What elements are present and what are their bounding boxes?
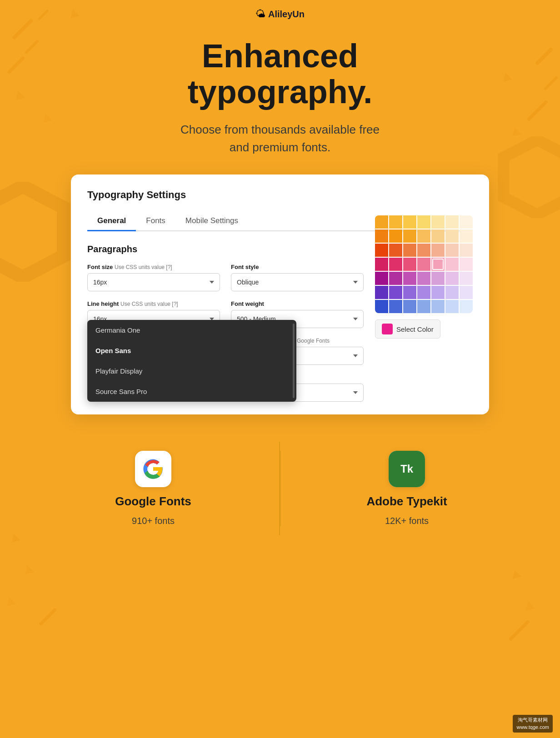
palette-cell[interactable]	[460, 300, 473, 313]
adobe-typekit-name: Adobe Typekit	[366, 494, 447, 509]
svg-marker-13	[25, 565, 34, 574]
palette-cell[interactable]	[417, 272, 430, 285]
palette-cell[interactable]	[460, 272, 473, 285]
card-wrapper: Typography Settings General Fonts Mobile…	[0, 165, 560, 428]
palette-cell[interactable]	[431, 244, 445, 257]
palette-cell[interactable]	[389, 286, 402, 299]
palette-cell[interactable]	[389, 229, 402, 243]
palette-cell[interactable]	[460, 258, 473, 271]
palette-cell[interactable]	[417, 229, 430, 243]
palette-cell[interactable]	[445, 272, 459, 285]
field-font-style: Font style Oblique	[231, 264, 364, 291]
line-height-label: Line height Use CSS units value [?]	[87, 300, 220, 307]
google-fonts-icon	[135, 451, 171, 487]
top-bar: 🌤 AlileyUn	[0, 0, 560, 25]
font-style-label: Font style	[231, 264, 364, 270]
dropdown-item-open-sans[interactable]: Open Sans	[87, 340, 296, 361]
dropdown-scrollbar[interactable]	[293, 324, 295, 398]
chevron-down-icon	[353, 281, 358, 284]
providers-section: Google Fonts 910+ fonts Tk Adobe Typekit…	[0, 428, 560, 554]
palette-cell[interactable]	[389, 272, 402, 285]
palette-cell[interactable]	[417, 258, 430, 271]
typography-settings-card: Typography Settings General Fonts Mobile…	[71, 175, 489, 414]
palette-cell[interactable]	[389, 215, 402, 229]
chevron-down-icon	[353, 391, 358, 394]
palette-cell[interactable]	[417, 300, 430, 313]
select-color-label: Select Color	[396, 325, 434, 333]
palette-cell[interactable]	[417, 244, 430, 257]
palette-cell[interactable]	[389, 258, 402, 271]
font-weight-label: Font weight	[231, 300, 364, 307]
logo-text: AlileyUn	[268, 9, 305, 20]
color-swatch	[382, 324, 393, 334]
palette-cell[interactable]	[445, 215, 459, 229]
tab-general[interactable]: General	[87, 212, 136, 231]
palette-cell[interactable]	[403, 272, 416, 285]
font-family-dropdown: Germania One Open Sans Playfair Display …	[87, 320, 296, 402]
palette-cell[interactable]	[375, 229, 388, 243]
palette-cell[interactable]	[445, 258, 459, 271]
palette-cell[interactable]	[460, 244, 473, 257]
dropdown-item-playfair-display[interactable]: Playfair Display	[87, 361, 296, 381]
google-fonts-name: Google Fonts	[115, 494, 191, 509]
hero-subtitle: Choose from thousands available free and…	[18, 121, 542, 156]
svg-rect-15	[39, 608, 57, 626]
palette-cell[interactable]	[431, 300, 445, 313]
palette-cell[interactable]	[389, 244, 402, 257]
palette-cell[interactable]	[460, 215, 473, 229]
svg-marker-16	[512, 570, 521, 579]
chevron-down-icon	[353, 354, 358, 357]
palette-cell[interactable]	[460, 286, 473, 299]
svg-rect-18	[509, 620, 530, 641]
palette-cell[interactable]	[389, 300, 402, 313]
palette-cell[interactable]	[445, 286, 459, 299]
palette-cell[interactable]	[403, 229, 416, 243]
palette-cell[interactable]	[445, 229, 459, 243]
adobe-typekit-icon: Tk	[389, 451, 425, 487]
font-size-select[interactable]: 16px	[87, 273, 220, 291]
palette-cell[interactable]	[375, 215, 388, 229]
palette-cell[interactable]	[460, 229, 473, 243]
select-color-button[interactable]: Select Color	[375, 319, 440, 339]
palette-cell[interactable]	[431, 272, 445, 285]
tab-fonts[interactable]: Fonts	[136, 212, 175, 231]
palette-cell[interactable]	[431, 286, 445, 299]
palette-cell[interactable]	[403, 300, 416, 313]
card-title: Typography Settings	[87, 189, 473, 201]
svg-marker-14	[7, 597, 16, 606]
tab-mobile-settings[interactable]: Mobile Settings	[175, 212, 248, 231]
palette-cell[interactable]	[445, 244, 459, 257]
chevron-down-icon	[353, 318, 358, 320]
line-height-hint: Use CSS units value [?]	[120, 301, 178, 307]
palette-cell[interactable]	[431, 215, 445, 229]
palette-cell-selected[interactable]	[431, 258, 445, 271]
color-palette: Select Color	[375, 215, 473, 339]
palette-cell[interactable]	[431, 229, 445, 243]
chevron-down-icon	[210, 281, 214, 284]
palette-cell[interactable]	[403, 286, 416, 299]
palette-cell[interactable]	[403, 244, 416, 257]
dropdown-item-source-sans-pro[interactable]: Source Sans Pro	[87, 381, 296, 402]
palette-cell[interactable]	[375, 272, 388, 285]
palette-grid	[375, 215, 473, 313]
svg-marker-17	[526, 602, 535, 611]
palette-cell[interactable]	[375, 258, 388, 271]
google-fonts-provider: Google Fonts 910+ fonts	[27, 442, 280, 535]
dropdown-item-germania-one[interactable]: Germania One	[87, 320, 296, 340]
logo-icon: 🌤	[255, 8, 265, 20]
palette-cell[interactable]	[417, 215, 430, 229]
palette-cell[interactable]	[403, 215, 416, 229]
palette-cell[interactable]	[403, 258, 416, 271]
google-fonts-count: 910+ fonts	[132, 516, 175, 526]
palette-cell[interactable]	[375, 300, 388, 313]
hero-title: Enhanced typography.	[18, 38, 542, 110]
palette-cell[interactable]	[375, 286, 388, 299]
palette-cell[interactable]	[417, 286, 430, 299]
adobe-typekit-count: 12K+ fonts	[385, 516, 429, 526]
palette-cell[interactable]	[445, 300, 459, 313]
adobe-typekit-provider: Tk Adobe Typekit 12K+ fonts	[281, 442, 533, 535]
font-size-label: Font size Use CSS units value [?]	[87, 264, 220, 270]
font-style-select[interactable]: Oblique	[231, 273, 364, 291]
watermark: 淘气哥素材网 www.tqge.com	[513, 715, 553, 733]
palette-cell[interactable]	[375, 244, 388, 257]
